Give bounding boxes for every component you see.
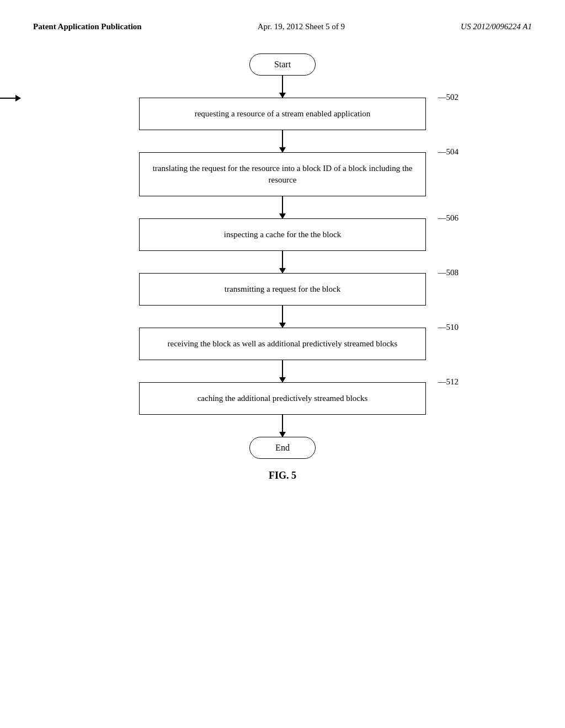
step-504-text: translating the request for the resource…: [153, 164, 413, 184]
header-patent-number: US 2012/0096224 A1: [461, 22, 532, 31]
step-506-text: inspecting a cache for the the block: [224, 230, 341, 239]
header-publication: Patent Application Publication: [33, 22, 142, 31]
step-508-label: —508: [438, 267, 459, 279]
step-504-label: —504: [438, 146, 459, 158]
arrow-504-506: [282, 196, 283, 218]
step-510-label: —510: [438, 322, 459, 333]
arrow-506-508: [282, 251, 283, 273]
step-508-wrapper: —508 transmitting a request for the bloc…: [139, 273, 426, 306]
diagram-label: 500: [0, 92, 20, 104]
step-504-wrapper: —504 translating the request for the res…: [139, 152, 426, 196]
start-node: Start: [249, 53, 316, 76]
step-510-text: receiving the block as well as additiona…: [168, 339, 398, 348]
diagram-area: 500 Start —502 requesting a resource of …: [0, 42, 565, 504]
diagram-label-arrow: [0, 98, 20, 99]
page: Patent Application Publication Apr. 19, …: [0, 0, 565, 728]
arrow-508-510: [282, 306, 283, 328]
figure-label: FIG. 5: [33, 470, 532, 481]
arrow-512-end: [282, 415, 283, 437]
arrow-start-502: [282, 76, 283, 98]
end-oval: End: [249, 437, 316, 459]
end-node: End: [249, 437, 316, 459]
header-date-sheet: Apr. 19, 2012 Sheet 5 of 9: [258, 22, 345, 31]
step-508-text: transmitting a request for the block: [225, 285, 340, 293]
step-506-label: —506: [438, 212, 459, 224]
step-512-text: caching the additional predictively stre…: [198, 394, 368, 403]
step-512-box: —512 caching the additional predictively…: [139, 382, 426, 415]
arrow-510-512: [282, 360, 283, 382]
step-512-wrapper: —512 caching the additional predictively…: [139, 382, 426, 415]
step-506-wrapper: —506 inspecting a cache for the the bloc…: [139, 218, 426, 251]
step-506-box: —506 inspecting a cache for the the bloc…: [139, 218, 426, 251]
step-502-box: —502 requesting a resource of a stream e…: [139, 98, 426, 130]
step-510-box: —510 receiving the block as well as addi…: [139, 328, 426, 360]
step-512-label: —512: [438, 376, 459, 388]
start-oval: Start: [249, 53, 316, 76]
arrow-502-504: [282, 130, 283, 152]
step-502-label: —502: [438, 92, 459, 103]
step-504-box: —504 translating the request for the res…: [139, 152, 426, 196]
step-502-text: requesting a resource of a stream enable…: [195, 109, 371, 118]
step-508-box: —508 transmitting a request for the bloc…: [139, 273, 426, 306]
flowchart: 500 Start —502 requesting a resource of …: [89, 53, 476, 459]
step-502-wrapper: —502 requesting a resource of a stream e…: [139, 98, 426, 130]
step-510-wrapper: —510 receiving the block as well as addi…: [139, 328, 426, 360]
header: Patent Application Publication Apr. 19, …: [0, 0, 565, 42]
